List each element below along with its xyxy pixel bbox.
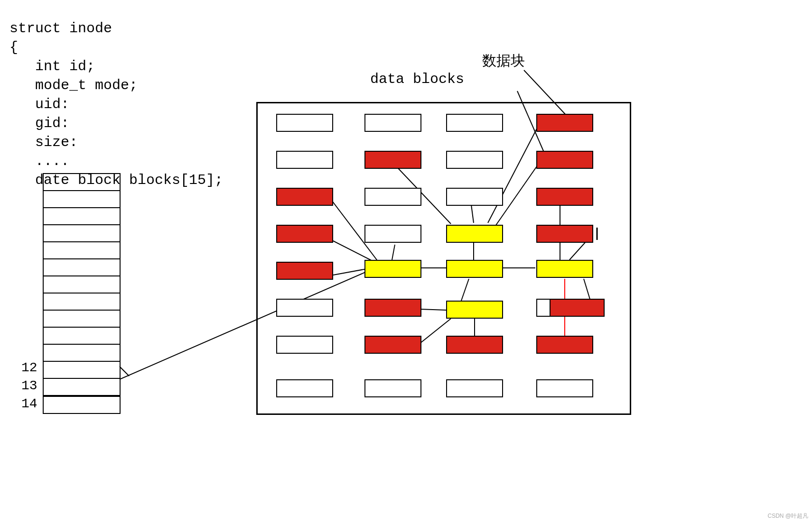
code-line: int id;: [9, 58, 95, 74]
data-block: [536, 260, 593, 278]
data-block: [446, 151, 503, 169]
watermark: CSDN @叶超凡: [767, 512, 808, 520]
data-block: [276, 336, 333, 354]
blocks-array: [43, 173, 121, 414]
data-block: [536, 336, 593, 354]
data-block: [536, 151, 593, 169]
data-block: [446, 114, 503, 132]
data-block: [276, 151, 333, 169]
data-block: [276, 379, 333, 397]
data-block-fragment: [536, 299, 551, 317]
data-blocks-box: [256, 102, 631, 415]
data-block: [364, 299, 421, 317]
data-block: [536, 188, 593, 206]
data-block: [536, 379, 593, 397]
array-cell: [44, 328, 120, 345]
code-line: gid:: [9, 115, 69, 131]
data-block: [364, 225, 421, 243]
array-cell: [44, 379, 120, 397]
data-block: [446, 188, 503, 206]
array-cell: [44, 174, 120, 191]
array-cell: [44, 208, 120, 225]
index-label-12: 12: [21, 360, 37, 375]
code-line: ....: [9, 153, 69, 169]
data-block: [364, 336, 421, 354]
data-block: [446, 225, 503, 243]
data-block: [364, 379, 421, 397]
code-line: mode_t mode;: [9, 77, 138, 93]
array-cell: [44, 259, 120, 276]
data-block: [276, 114, 333, 132]
data-block: [446, 379, 503, 397]
code-line: uid:: [9, 96, 69, 112]
code-line: {: [9, 39, 18, 55]
struct-code: struct inode { int id; mode_t mode; uid:…: [9, 0, 223, 190]
array-cell: [44, 191, 120, 208]
array-cell: [44, 311, 120, 328]
data-block: [446, 260, 503, 278]
data-block: [548, 299, 605, 317]
code-line: struct inode: [9, 20, 112, 37]
array-cell: [44, 397, 120, 413]
data-block: [364, 188, 421, 206]
array-cell: [44, 276, 120, 294]
data-block: [446, 301, 503, 319]
data-block: [276, 262, 333, 280]
data-blocks-title: data blocks: [370, 71, 464, 87]
array-cell: [44, 242, 120, 259]
data-block: [364, 151, 421, 169]
data-block: [536, 225, 593, 243]
index-label-13: 13: [21, 378, 37, 393]
svg-line-0: [120, 367, 129, 376]
code-line: size:: [9, 134, 78, 150]
data-block: [276, 188, 333, 206]
array-cell: [44, 362, 120, 379]
data-block: [276, 225, 333, 243]
array-cell: [44, 345, 120, 362]
array-cell: [44, 225, 120, 242]
data-block: [364, 114, 421, 132]
data-block: [276, 299, 333, 317]
array-cell: [44, 294, 120, 311]
data-block: [446, 336, 503, 354]
data-block: [536, 114, 593, 132]
annotation-label: 数据块: [482, 51, 525, 71]
data-block: [364, 260, 421, 278]
index-label-14: 14: [21, 396, 37, 411]
